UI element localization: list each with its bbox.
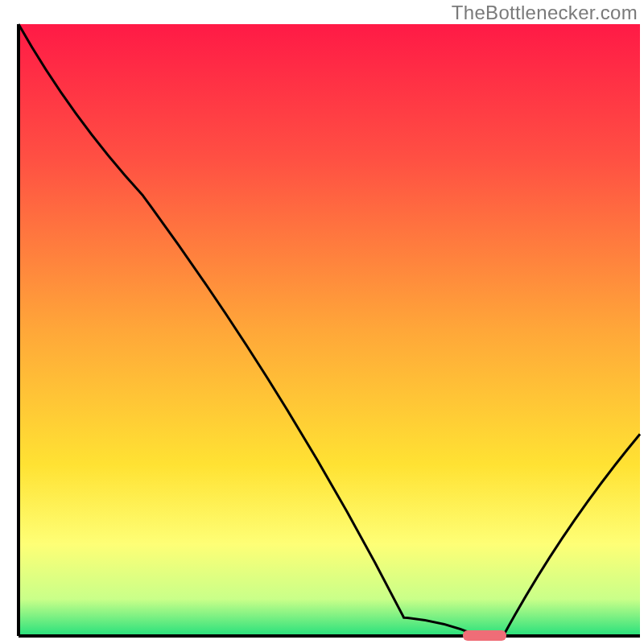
- optimal-zone-bar: [463, 630, 506, 641]
- bottleneck-chart: [0, 0, 644, 644]
- watermark-text: TheBottlenecker.com: [452, 2, 638, 24]
- chart-stage: TheBottlenecker.com: [0, 0, 644, 644]
- plot-background: [19, 24, 640, 636]
